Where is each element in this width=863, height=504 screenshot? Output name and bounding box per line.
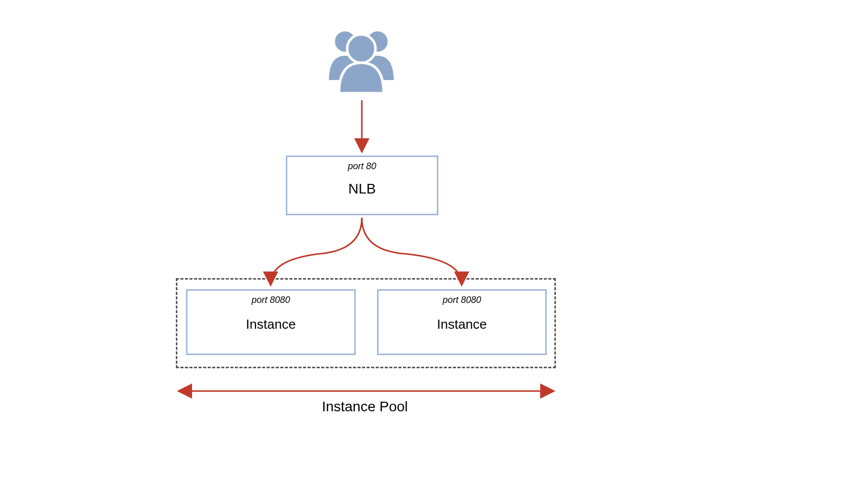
instance-2-port-label: port 8080 — [442, 295, 481, 305]
nlb-port-label: port 80 — [348, 161, 376, 172]
users-icon — [324, 25, 399, 95]
instance-pool-label: Instance Pool — [0, 399, 730, 415]
svg-point-2 — [347, 34, 376, 63]
nlb-box: port 80 NLB — [286, 156, 438, 215]
arrow-nlb-to-instance-1 — [271, 218, 362, 284]
arrow-nlb-to-instance-2 — [362, 218, 462, 284]
instance-1-port-label: port 8080 — [251, 295, 290, 305]
nlb-title: NLB — [348, 181, 376, 197]
instance-2-title: Instance — [437, 317, 486, 332]
instance-box-2: port 8080 Instance — [377, 289, 547, 355]
instance-box-1: port 8080 Instance — [186, 289, 356, 355]
instance-1-title: Instance — [246, 317, 295, 332]
arrows-overlay — [0, 0, 863, 504]
architecture-diagram: port 80 NLB port 8080 Instance port 8080… — [0, 0, 863, 504]
